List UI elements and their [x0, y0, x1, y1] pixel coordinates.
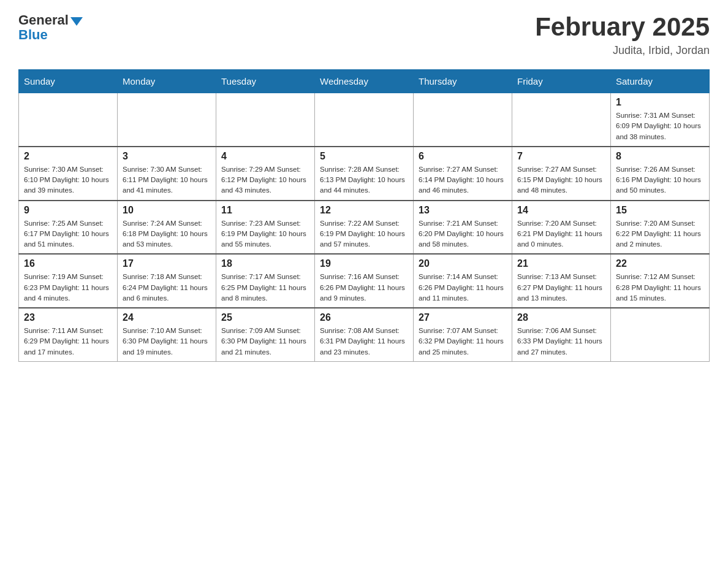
- day-number: 17: [123, 258, 211, 269]
- calendar-cell-w1d0: 2Sunrise: 7:30 AM Sunset: 6:10 PM Daylig…: [19, 147, 118, 201]
- day-info: Sunrise: 7:16 AM Sunset: 6:26 PM Dayligh…: [320, 272, 408, 304]
- header-thursday: Thursday: [414, 70, 512, 93]
- day-number: 28: [517, 312, 605, 323]
- day-number: 12: [320, 205, 408, 216]
- day-number: 20: [419, 258, 507, 269]
- day-number: 21: [517, 258, 605, 269]
- day-number: 7: [517, 151, 605, 162]
- day-info: Sunrise: 7:29 AM Sunset: 6:12 PM Dayligh…: [221, 164, 309, 196]
- calendar-cell-w4d5: 28Sunrise: 7:06 AM Sunset: 6:33 PM Dayli…: [512, 308, 611, 361]
- calendar-cell-w1d5: 7Sunrise: 7:27 AM Sunset: 6:15 PM Daylig…: [512, 147, 611, 201]
- day-number: 25: [221, 312, 309, 323]
- day-number: 16: [24, 258, 112, 269]
- calendar-cell-w2d2: 11Sunrise: 7:23 AM Sunset: 6:19 PM Dayli…: [216, 201, 315, 255]
- calendar-cell-w1d6: 8Sunrise: 7:26 AM Sunset: 6:16 PM Daylig…: [611, 147, 710, 201]
- day-number: 5: [320, 151, 408, 162]
- logo-arrow-icon: [70, 17, 83, 26]
- calendar-cell-w3d0: 16Sunrise: 7:19 AM Sunset: 6:23 PM Dayli…: [19, 254, 118, 308]
- main-title: February 2025: [535, 12, 710, 42]
- calendar-week-3: 16Sunrise: 7:19 AM Sunset: 6:23 PM Dayli…: [19, 254, 710, 308]
- day-number: 15: [616, 205, 704, 216]
- calendar-cell-w1d3: 5Sunrise: 7:28 AM Sunset: 6:13 PM Daylig…: [315, 147, 414, 201]
- calendar-cell-w0d2: [216, 93, 315, 147]
- day-info: Sunrise: 7:12 AM Sunset: 6:28 PM Dayligh…: [616, 272, 704, 304]
- day-info: Sunrise: 7:25 AM Sunset: 6:17 PM Dayligh…: [24, 218, 112, 250]
- header-row: SundayMondayTuesdayWednesdayThursdayFrid…: [19, 70, 710, 93]
- calendar-cell-w0d4: [414, 93, 512, 147]
- calendar-header: SundayMondayTuesdayWednesdayThursdayFrid…: [19, 70, 710, 93]
- day-info: Sunrise: 7:26 AM Sunset: 6:16 PM Dayligh…: [616, 164, 704, 196]
- calendar-week-2: 9Sunrise: 7:25 AM Sunset: 6:17 PM Daylig…: [19, 201, 710, 255]
- day-info: Sunrise: 7:27 AM Sunset: 6:14 PM Dayligh…: [419, 164, 507, 196]
- header-sunday: Sunday: [19, 70, 118, 93]
- calendar-cell-w2d6: 15Sunrise: 7:20 AM Sunset: 6:22 PM Dayli…: [611, 201, 710, 255]
- day-number: 13: [419, 205, 507, 216]
- day-number: 3: [123, 151, 211, 162]
- day-info: Sunrise: 7:10 AM Sunset: 6:30 PM Dayligh…: [123, 326, 211, 358]
- header-saturday: Saturday: [611, 70, 710, 93]
- day-number: 11: [221, 205, 309, 216]
- header-wednesday: Wednesday: [315, 70, 414, 93]
- day-info: Sunrise: 7:20 AM Sunset: 6:22 PM Dayligh…: [616, 218, 704, 250]
- calendar-cell-w1d4: 6Sunrise: 7:27 AM Sunset: 6:14 PM Daylig…: [414, 147, 512, 201]
- calendar-cell-w2d0: 9Sunrise: 7:25 AM Sunset: 6:17 PM Daylig…: [19, 201, 118, 255]
- day-info: Sunrise: 7:23 AM Sunset: 6:19 PM Dayligh…: [221, 218, 309, 250]
- calendar-cell-w0d6: 1Sunrise: 7:31 AM Sunset: 6:09 PM Daylig…: [611, 93, 710, 147]
- calendar-cell-w4d0: 23Sunrise: 7:11 AM Sunset: 6:29 PM Dayli…: [19, 308, 118, 361]
- day-number: 14: [517, 205, 605, 216]
- day-info: Sunrise: 7:11 AM Sunset: 6:29 PM Dayligh…: [24, 326, 112, 358]
- calendar-cell-w0d1: [118, 93, 216, 147]
- page-header: General Blue February 2025 Judita, Irbid…: [18, 12, 710, 57]
- day-info: Sunrise: 7:19 AM Sunset: 6:23 PM Dayligh…: [24, 272, 112, 304]
- calendar-cell-w3d4: 20Sunrise: 7:14 AM Sunset: 6:26 PM Dayli…: [414, 254, 512, 308]
- calendar-cell-w1d2: 4Sunrise: 7:29 AM Sunset: 6:12 PM Daylig…: [216, 147, 315, 201]
- calendar-cell-w4d4: 27Sunrise: 7:07 AM Sunset: 6:32 PM Dayli…: [414, 308, 512, 361]
- logo-general: General: [18, 12, 83, 28]
- calendar-cell-w0d5: [512, 93, 611, 147]
- day-number: 4: [221, 151, 309, 162]
- day-info: Sunrise: 7:21 AM Sunset: 6:20 PM Dayligh…: [419, 218, 507, 250]
- day-number: 9: [24, 205, 112, 216]
- day-info: Sunrise: 7:08 AM Sunset: 6:31 PM Dayligh…: [320, 326, 408, 358]
- day-number: 2: [24, 151, 112, 162]
- calendar-cell-w0d3: [315, 93, 414, 147]
- calendar-cell-w2d1: 10Sunrise: 7:24 AM Sunset: 6:18 PM Dayli…: [118, 201, 216, 255]
- day-number: 24: [123, 312, 211, 323]
- calendar-cell-w2d3: 12Sunrise: 7:22 AM Sunset: 6:19 PM Dayli…: [315, 201, 414, 255]
- calendar-cell-w3d3: 19Sunrise: 7:16 AM Sunset: 6:26 PM Dayli…: [315, 254, 414, 308]
- day-info: Sunrise: 7:27 AM Sunset: 6:15 PM Dayligh…: [517, 164, 605, 196]
- calendar-cell-w3d2: 18Sunrise: 7:17 AM Sunset: 6:25 PM Dayli…: [216, 254, 315, 308]
- day-number: 27: [419, 312, 507, 323]
- day-number: 10: [123, 205, 211, 216]
- calendar-cell-w3d5: 21Sunrise: 7:13 AM Sunset: 6:27 PM Dayli…: [512, 254, 611, 308]
- day-number: 1: [616, 97, 704, 108]
- calendar-cell-w4d3: 26Sunrise: 7:08 AM Sunset: 6:31 PM Dayli…: [315, 308, 414, 361]
- calendar-body: 1Sunrise: 7:31 AM Sunset: 6:09 PM Daylig…: [19, 93, 710, 362]
- title-section: February 2025 Judita, Irbid, Jordan: [535, 12, 710, 57]
- day-info: Sunrise: 7:17 AM Sunset: 6:25 PM Dayligh…: [221, 272, 309, 304]
- calendar-week-1: 2Sunrise: 7:30 AM Sunset: 6:10 PM Daylig…: [19, 147, 710, 201]
- day-number: 19: [320, 258, 408, 269]
- header-friday: Friday: [512, 70, 611, 93]
- calendar-cell-w3d1: 17Sunrise: 7:18 AM Sunset: 6:24 PM Dayli…: [118, 254, 216, 308]
- calendar-week-4: 23Sunrise: 7:11 AM Sunset: 6:29 PM Dayli…: [19, 308, 710, 361]
- calendar-week-0: 1Sunrise: 7:31 AM Sunset: 6:09 PM Daylig…: [19, 93, 710, 147]
- day-number: 6: [419, 151, 507, 162]
- day-info: Sunrise: 7:31 AM Sunset: 6:09 PM Dayligh…: [616, 110, 704, 142]
- day-info: Sunrise: 7:18 AM Sunset: 6:24 PM Dayligh…: [123, 272, 211, 304]
- day-info: Sunrise: 7:28 AM Sunset: 6:13 PM Dayligh…: [320, 164, 408, 196]
- day-number: 22: [616, 258, 704, 269]
- day-number: 8: [616, 151, 704, 162]
- day-info: Sunrise: 7:20 AM Sunset: 6:21 PM Dayligh…: [517, 218, 605, 250]
- day-info: Sunrise: 7:06 AM Sunset: 6:33 PM Dayligh…: [517, 326, 605, 358]
- logo-blue-text: Blue: [18, 27, 48, 43]
- day-number: 18: [221, 258, 309, 269]
- subtitle: Judita, Irbid, Jordan: [535, 44, 710, 57]
- calendar-cell-w4d2: 25Sunrise: 7:09 AM Sunset: 6:30 PM Dayli…: [216, 308, 315, 361]
- logo: General Blue: [18, 12, 83, 43]
- calendar-cell-w1d1: 3Sunrise: 7:30 AM Sunset: 6:11 PM Daylig…: [118, 147, 216, 201]
- header-tuesday: Tuesday: [216, 70, 315, 93]
- calendar-cell-w4d6: [611, 308, 710, 361]
- day-info: Sunrise: 7:07 AM Sunset: 6:32 PM Dayligh…: [419, 326, 507, 358]
- day-info: Sunrise: 7:14 AM Sunset: 6:26 PM Dayligh…: [419, 272, 507, 304]
